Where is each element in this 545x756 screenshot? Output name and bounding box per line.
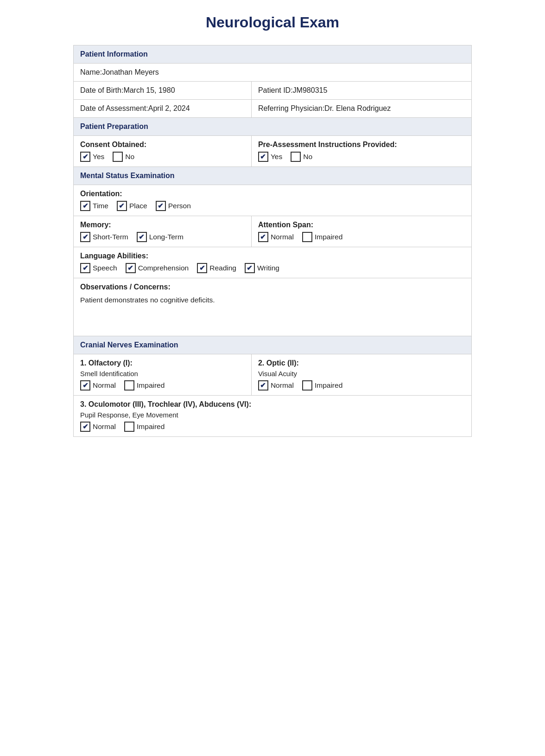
olfactory-normal-label: Normal — [93, 381, 116, 390]
language-comprehension-label: Comprehension — [138, 264, 189, 272]
olfactory-normal-checkbox[interactable] — [80, 380, 90, 391]
oculomotor-normal-item[interactable]: Normal — [80, 422, 116, 432]
mental-status-label: Mental Status Examination — [80, 172, 175, 179]
olfactory-impaired-checkbox[interactable] — [124, 380, 134, 391]
orientation-place-checkbox[interactable] — [117, 201, 127, 211]
oculomotor-sublabel: Pupil Response, Eye Movement — [80, 411, 465, 419]
dob-label: Date of Birth: — [80, 86, 123, 94]
attention-impaired-checkbox[interactable] — [302, 232, 312, 242]
olfactory-sublabel: Smell Identification — [80, 370, 245, 378]
language-speech-item[interactable]: Speech — [80, 263, 117, 273]
consent-no-item[interactable]: No — [113, 152, 134, 162]
memory-longterm-checkbox[interactable] — [137, 232, 147, 242]
orientation-time-checkbox[interactable] — [80, 201, 90, 211]
olfactory-impaired-item[interactable]: Impaired — [124, 380, 165, 391]
memory-longterm-item[interactable]: Long-Term — [137, 232, 184, 242]
optic-impaired-item[interactable]: Impaired — [302, 380, 342, 391]
orientation-person-checkbox[interactable] — [156, 201, 166, 211]
attention-impaired-item[interactable]: Impaired — [302, 232, 342, 242]
observations-row: Observations / Concerns: Patient demonst… — [74, 278, 472, 336]
optic-normal-checkbox[interactable] — [258, 380, 268, 391]
oculomotor-impaired-item[interactable]: Impaired — [124, 422, 165, 432]
patient-preparation-header: Patient Preparation — [74, 118, 472, 136]
oculomotor-checkboxes: Normal Impaired — [80, 422, 465, 432]
name-label: Name: — [80, 68, 102, 76]
language-comprehension-item[interactable]: Comprehension — [126, 263, 189, 273]
language-label: Language Abilities: — [80, 252, 465, 260]
oculomotor-title: 3. Oculomotor (III), Trochlear (IV), Abd… — [80, 400, 465, 409]
consent-preassessment-row: Consent Obtained: Yes No Pre-Assessment … — [74, 136, 472, 167]
orientation-time-label: Time — [93, 202, 108, 210]
olfactory-optic-row: 1. Olfactory (I): Smell Identification N… — [74, 354, 472, 396]
consent-no-label: No — [125, 153, 134, 161]
neurological-exam-form: Patient Information Name:Jonathan Meyers… — [73, 45, 472, 437]
patient-id-label: Patient ID: — [258, 86, 293, 94]
optic-normal-item[interactable]: Normal — [258, 380, 294, 391]
dob-value: March 15, 1980 — [123, 86, 175, 94]
language-writing-item[interactable]: Writing — [245, 263, 279, 273]
memory-label: Memory: — [80, 221, 245, 229]
patient-name-row: Name:Jonathan Meyers — [74, 64, 472, 82]
attention-impaired-label: Impaired — [315, 233, 342, 241]
memory-shortterm-checkbox[interactable] — [80, 232, 90, 242]
pre-assessment-no-item[interactable]: No — [291, 152, 312, 162]
pre-assessment-no-checkbox[interactable] — [291, 152, 301, 162]
cranial-nerves-header: Cranial Nerves Examination — [74, 336, 472, 354]
optic-normal-label: Normal — [271, 381, 294, 390]
olfactory-checkboxes: Normal Impaired — [80, 380, 245, 391]
language-speech-checkbox[interactable] — [80, 263, 90, 273]
language-speech-label: Speech — [93, 264, 117, 272]
pre-assessment-yes-item[interactable]: Yes — [258, 152, 282, 162]
consent-no-checkbox[interactable] — [113, 152, 123, 162]
memory-checkboxes: Short-Term Long-Term — [80, 232, 245, 242]
optic-checkboxes: Normal Impaired — [258, 380, 465, 391]
attention-normal-item[interactable]: Normal — [258, 232, 294, 242]
memory-attention-row: Memory: Short-Term Long-Term Attention S… — [74, 216, 472, 247]
attention-normal-label: Normal — [271, 233, 294, 241]
pre-assessment-yes-label: Yes — [271, 153, 282, 161]
oculomotor-impaired-checkbox[interactable] — [124, 422, 134, 432]
orientation-person-item[interactable]: Person — [156, 201, 191, 211]
language-reading-checkbox[interactable] — [197, 263, 207, 273]
memory-shortterm-label: Short-Term — [93, 233, 128, 241]
consent-yes-checkbox[interactable] — [80, 152, 90, 162]
optic-sublabel: Visual Acuity — [258, 370, 465, 378]
olfactory-title: 1. Olfactory (I): — [80, 359, 245, 367]
consent-yes-item[interactable]: Yes — [80, 152, 104, 162]
pre-assessment-yes-checkbox[interactable] — [258, 152, 268, 162]
orientation-place-label: Place — [129, 202, 147, 210]
cranial-nerves-label: Cranial Nerves Examination — [80, 341, 178, 349]
name-value: Jonathan Meyers — [102, 68, 159, 76]
observations-label: Observations / Concerns: — [80, 283, 465, 291]
oculomotor-row: 3. Oculomotor (III), Trochlear (IV), Abd… — [74, 396, 472, 437]
pre-assessment-label: Pre-Assessment Instructions Provided: — [258, 141, 465, 149]
assessment-label: Date of Assessment: — [80, 104, 148, 112]
optic-title: 2. Optic (II): — [258, 359, 465, 367]
language-checkboxes: Speech Comprehension Reading Writing — [80, 263, 465, 273]
language-writing-checkbox[interactable] — [245, 263, 255, 273]
pre-assessment-checkboxes: Yes No — [258, 152, 465, 162]
language-row: Language Abilities: Speech Comprehension… — [74, 247, 472, 278]
memory-longterm-label: Long-Term — [149, 233, 184, 241]
optic-impaired-checkbox[interactable] — [302, 380, 312, 391]
olfactory-normal-item[interactable]: Normal — [80, 380, 116, 391]
attention-checkboxes: Normal Impaired — [258, 232, 465, 242]
consent-label: Consent Obtained: — [80, 141, 245, 149]
language-writing-label: Writing — [257, 264, 279, 272]
orientation-time-item[interactable]: Time — [80, 201, 108, 211]
observations-text: Patient demonstrates no cognitive defici… — [80, 294, 465, 331]
dob-id-row: Date of Birth:March 15, 1980 Patient ID:… — [74, 82, 472, 100]
page-title: Neurological Exam — [73, 14, 472, 31]
orientation-label: Orientation: — [80, 190, 465, 198]
attention-normal-checkbox[interactable] — [258, 232, 268, 242]
language-comprehension-checkbox[interactable] — [126, 263, 136, 273]
patient-id-value: JM980315 — [293, 86, 328, 94]
oculomotor-normal-checkbox[interactable] — [80, 422, 90, 432]
mental-status-header: Mental Status Examination — [74, 167, 472, 185]
orientation-place-item[interactable]: Place — [117, 201, 147, 211]
memory-shortterm-item[interactable]: Short-Term — [80, 232, 128, 242]
assessment-value: April 2, 2024 — [148, 104, 190, 112]
language-reading-item[interactable]: Reading — [197, 263, 236, 273]
patient-information-header: Patient Information — [74, 45, 472, 64]
language-reading-label: Reading — [209, 264, 236, 272]
